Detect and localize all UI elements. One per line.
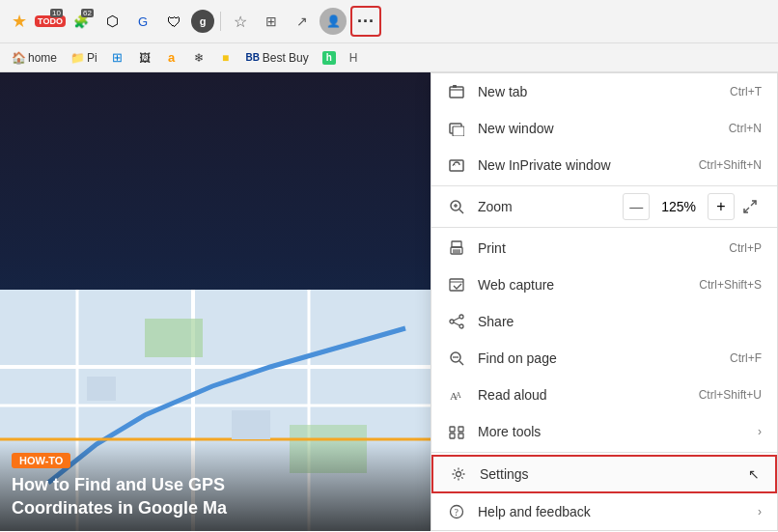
ellipsis-menu-button[interactable]: ··· (350, 6, 381, 37)
print-shortcut: Ctrl+P (729, 241, 762, 255)
context-menu: New tab Ctrl+T New window Ctrl+N (431, 72, 778, 531)
print-label: Print (478, 240, 717, 256)
readaloud-icon: A A (447, 385, 466, 405)
webcapture-shortcut: Ctrl+Shift+S (699, 278, 762, 292)
bookmark-walmart[interactable]: ❄ (188, 49, 209, 67)
menu-item-print[interactable]: Print Ctrl+P (431, 230, 777, 266)
amazon-bm-icon: a (165, 51, 179, 65)
svg-rect-38 (450, 427, 455, 432)
svg-rect-39 (458, 427, 463, 432)
bookmark-h[interactable]: h (319, 49, 340, 67)
zoom-value: 125% (653, 199, 704, 214)
menu-item-moretools[interactable]: More tools › (431, 413, 777, 450)
divider-2 (431, 227, 777, 228)
svg-rect-10 (232, 410, 270, 439)
menu-item-settings[interactable]: Settings ↖ (431, 455, 777, 493)
svg-line-32 (454, 322, 459, 325)
ms-bm-icon: ⊞ (111, 51, 125, 65)
menu-item-find[interactable]: Find on page Ctrl+F (431, 340, 777, 377)
svg-rect-14 (453, 126, 464, 136)
readaloud-shortcut: Ctrl+Shift+U (699, 388, 762, 402)
svg-point-30 (450, 320, 454, 323)
inprivate-icon (447, 155, 466, 175)
grammarly-icon[interactable]: G (129, 8, 156, 35)
svg-rect-41 (458, 434, 463, 438)
help-icon: ? (447, 502, 466, 521)
menu-item-help[interactable]: ? Help and feedback › (431, 493, 777, 530)
cursor-indicator: ↖ (748, 466, 760, 482)
menu-item-share[interactable]: Share (431, 303, 777, 340)
zoom-increase-button[interactable]: + (708, 193, 735, 220)
moretools-icon (447, 422, 466, 441)
add-favorites-icon[interactable]: ☆ (227, 8, 254, 35)
article-card[interactable]: HOW-TO How to Find and Use GPSCoordinate… (0, 290, 434, 531)
how-to-badge: HOW-TO (12, 453, 70, 468)
share-menu-icon (447, 312, 466, 331)
bookmark-photo[interactable]: 🖼 (134, 49, 155, 67)
bookmark-pi[interactable]: 📁 Pi (67, 49, 101, 67)
find-label: Find on page (478, 350, 718, 366)
toolbar-separator (220, 12, 221, 31)
moretools-label: More tools (478, 424, 746, 439)
favorites-icon[interactable]: ★ (6, 8, 33, 35)
bookmark-sticky[interactable]: ■ (215, 49, 236, 67)
svg-text:?: ? (455, 507, 459, 518)
svg-rect-6 (145, 319, 203, 357)
svg-text:A: A (456, 391, 461, 400)
bookmark-more[interactable]: H (346, 49, 362, 67)
g-extension-icon[interactable]: g (191, 10, 214, 33)
new-window-label: New window (478, 121, 717, 136)
bookmarks-bar: 🏠 home 📁 Pi ⊞ 🖼 a ❄ ■ BB Best Buy h H (0, 43, 778, 72)
sticky-bm-icon: ■ (219, 51, 233, 65)
zoom-icon (447, 197, 466, 216)
menu-item-new-window[interactable]: New window Ctrl+N (431, 110, 777, 147)
svg-rect-40 (450, 434, 455, 438)
todo-icon[interactable]: TODO 10 (37, 8, 64, 35)
find-icon (447, 349, 466, 368)
toolbar-icons: ★ TODO 10 🧩 62 ⬡ G 🛡 g ☆ (6, 8, 316, 35)
webcapture-label: Web capture (478, 277, 687, 293)
new-window-icon (447, 119, 466, 138)
zoom-fullscreen-button[interactable] (738, 195, 762, 218)
shield-icon[interactable]: 🛡 (160, 8, 187, 35)
menu-item-new-tab[interactable]: New tab Ctrl+T (431, 73, 777, 110)
zoom-decrease-button[interactable]: — (623, 193, 650, 220)
zoom-label: Zoom (478, 199, 623, 214)
photo-bm-icon: 🖼 (138, 51, 152, 65)
page-content: HOW-TO How to Find and Use GPSCoordinate… (0, 72, 778, 531)
article-overlay: HOW-TO How to Find and Use GPSCoordinate… (0, 439, 434, 531)
bookmark-amazon[interactable]: a (161, 49, 182, 67)
profile-avatar[interactable]: 👤 (320, 8, 347, 35)
new-tab-label: New tab (478, 84, 718, 99)
find-shortcut: Ctrl+F (730, 351, 762, 365)
zoom-row: Zoom — 125% + (431, 188, 777, 225)
svg-line-31 (454, 318, 459, 321)
pocket-icon[interactable]: ⬡ (98, 8, 125, 35)
extension-icon[interactable]: 🧩 62 (68, 8, 95, 35)
moretools-arrow: › (758, 425, 762, 438)
new-window-shortcut: Ctrl+N (729, 122, 762, 135)
inprivate-label: New InPrivate window (478, 157, 687, 173)
menu-item-readaloud[interactable]: A A Read aloud Ctrl+Shift+U (431, 377, 777, 413)
bookmark-bestbuy[interactable]: BB Best Buy (242, 49, 313, 67)
menu-item-inprivate[interactable]: New InPrivate window Ctrl+Shift+N (431, 147, 777, 183)
bookmark-ms[interactable]: ⊞ (107, 49, 128, 67)
menu-item-webcapture[interactable]: Web capture Ctrl+Shift+S (431, 266, 777, 303)
bestbuy-bm-icon: BB (246, 51, 260, 65)
collections-icon[interactable]: ⊞ (258, 8, 285, 35)
inprivate-shortcut: Ctrl+Shift+N (699, 158, 762, 172)
settings-label: Settings (480, 466, 736, 482)
article-title: How to Find and Use GPSCoordinates in Go… (12, 474, 423, 519)
home-bm-icon: 🏠 (12, 51, 25, 65)
zoom-controls: — 125% + (623, 193, 762, 220)
help-arrow: › (758, 505, 762, 518)
browser-toolbar: ★ TODO 10 🧩 62 ⬡ G 🛡 g ☆ (0, 0, 778, 43)
print-icon (447, 238, 466, 258)
h-bm-icon: h (322, 51, 336, 65)
svg-rect-9 (87, 377, 116, 401)
svg-rect-12 (453, 85, 457, 88)
share-icon-toolbar[interactable]: ↗ (289, 8, 316, 35)
help-label: Help and feedback (478, 504, 746, 519)
divider-3 (431, 452, 777, 453)
bookmark-home[interactable]: 🏠 home (8, 49, 61, 67)
